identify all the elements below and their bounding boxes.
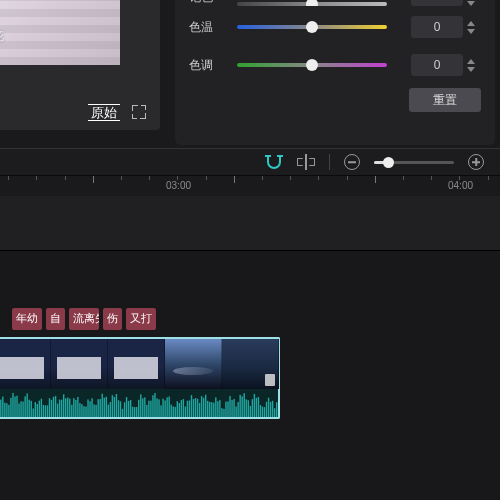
ruler-tick (431, 176, 432, 180)
ruler-tick (8, 176, 9, 180)
adjust-slider[interactable] (237, 25, 387, 29)
svg-rect-53 (95, 405, 96, 417)
svg-rect-45 (79, 403, 80, 417)
svg-rect-90 (170, 405, 171, 417)
subtitle-tag[interactable]: 年幼 (12, 308, 42, 330)
svg-rect-70 (130, 400, 131, 417)
svg-rect-101 (193, 399, 194, 417)
svg-rect-19 (26, 393, 27, 417)
svg-rect-71 (132, 407, 133, 417)
adjust-value-input[interactable]: 0 (411, 54, 463, 76)
svg-rect-47 (83, 406, 84, 417)
svg-rect-115 (221, 408, 222, 417)
fullscreen-icon[interactable] (132, 105, 146, 119)
svg-rect-23 (35, 402, 36, 417)
video-clip[interactable] (0, 337, 280, 419)
clip-thumb (165, 339, 222, 389)
ruler-time-label: 04:00 (448, 180, 473, 191)
subtitle-tag[interactable]: 伤 (103, 308, 122, 330)
svg-rect-99 (189, 400, 190, 417)
spinner-down-icon[interactable] (467, 67, 475, 72)
slider-knob[interactable] (306, 0, 318, 6)
adjust-value-input[interactable]: 0 (411, 0, 463, 6)
zoom-in-icon[interactable] (468, 154, 484, 170)
svg-rect-60 (110, 402, 111, 417)
value-spinner[interactable] (467, 59, 481, 72)
svg-rect-92 (175, 407, 176, 417)
ruler-tick (65, 176, 66, 180)
adjust-row: 饱色0 (189, 0, 481, 6)
timeline-toolbar (0, 148, 500, 176)
svg-rect-18 (24, 396, 25, 417)
slider-knob[interactable] (306, 59, 318, 71)
split-clip-icon[interactable] (297, 153, 315, 171)
preview-thumbnail (0, 0, 120, 65)
value-spinner[interactable] (467, 21, 481, 34)
svg-rect-27 (43, 405, 44, 417)
svg-rect-136 (264, 407, 265, 417)
svg-rect-24 (37, 404, 38, 417)
adjust-slider[interactable] (237, 63, 387, 67)
timeline-ruler[interactable]: 03:0004:00 (0, 176, 500, 196)
zoom-slider-knob[interactable] (383, 157, 394, 168)
svg-rect-26 (41, 399, 42, 417)
svg-rect-97 (185, 407, 186, 417)
svg-rect-55 (99, 399, 100, 417)
clip-thumb (108, 339, 165, 389)
svg-rect-79 (148, 401, 149, 417)
svg-rect-130 (252, 399, 253, 417)
svg-rect-61 (112, 395, 113, 417)
svg-rect-119 (229, 396, 230, 417)
svg-rect-62 (114, 397, 115, 417)
svg-rect-93 (177, 401, 178, 417)
subtitle-tag[interactable]: 又打 (126, 308, 156, 330)
svg-rect-33 (55, 396, 56, 417)
svg-rect-85 (160, 405, 161, 417)
svg-rect-44 (77, 397, 78, 417)
svg-rect-54 (97, 399, 98, 417)
ruler-tick (347, 176, 348, 180)
adjust-slider[interactable] (237, 2, 387, 6)
svg-rect-80 (150, 401, 151, 417)
svg-rect-94 (179, 403, 180, 417)
svg-rect-81 (152, 395, 153, 417)
value-spinner[interactable] (467, 0, 481, 6)
svg-rect-74 (138, 400, 139, 417)
adjust-value-input[interactable]: 0 (411, 16, 463, 38)
spinner-up-icon[interactable] (467, 59, 475, 64)
svg-rect-127 (246, 399, 247, 417)
zoom-slider[interactable] (374, 161, 454, 164)
svg-rect-41 (71, 405, 72, 417)
svg-rect-121 (233, 399, 234, 417)
svg-rect-58 (106, 397, 107, 417)
ruler-tick (36, 176, 37, 180)
svg-rect-124 (239, 395, 240, 417)
clip-thumbnails (0, 339, 278, 389)
reset-button[interactable]: 重置 (409, 88, 481, 112)
svg-rect-137 (266, 402, 267, 417)
svg-rect-15 (18, 404, 19, 417)
svg-rect-21 (31, 401, 32, 417)
magnet-snap-icon[interactable] (265, 153, 283, 171)
svg-rect-106 (203, 398, 204, 417)
ruler-tick (206, 176, 207, 180)
slider-knob[interactable] (306, 21, 318, 33)
svg-rect-67 (124, 402, 125, 417)
svg-rect-118 (227, 401, 228, 417)
spinner-up-icon[interactable] (467, 21, 475, 26)
ruler-tick (403, 176, 404, 180)
subtitle-tag[interactable]: 流离失 (69, 308, 99, 330)
svg-rect-72 (134, 407, 135, 417)
svg-rect-34 (57, 404, 58, 417)
zoom-out-icon[interactable] (344, 154, 360, 170)
svg-rect-91 (173, 406, 174, 417)
svg-rect-40 (69, 399, 70, 417)
svg-rect-16 (20, 401, 21, 417)
clip-thumb (222, 339, 279, 389)
spinner-down-icon[interactable] (467, 29, 475, 34)
spinner-down-icon[interactable] (467, 1, 475, 6)
svg-rect-120 (231, 400, 232, 417)
ruler-tick (121, 176, 122, 180)
subtitle-tag[interactable]: 自 (46, 308, 65, 330)
compare-original-button[interactable]: 原始 (88, 104, 120, 121)
